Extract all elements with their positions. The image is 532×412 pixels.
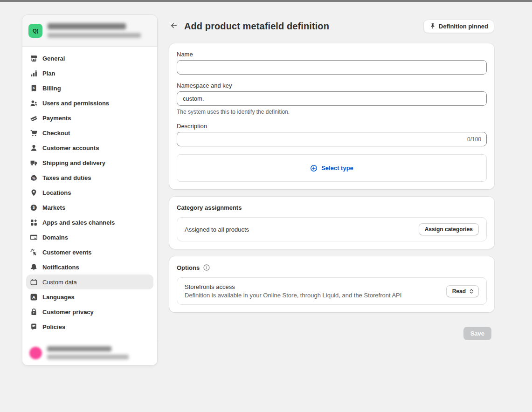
- namespace-label: Namespace and key: [177, 82, 487, 89]
- name-field-group: Name: [177, 51, 487, 75]
- namespace-help-text: The system uses this to identify the def…: [177, 109, 487, 115]
- svg-text:%: %: [32, 176, 35, 180]
- custom-data-icon: [30, 278, 38, 286]
- svg-text:A: A: [32, 294, 35, 299]
- sidebar-item-users-and-permissions[interactable]: Users and permissions: [26, 96, 153, 110]
- location-pin-icon: [30, 189, 38, 197]
- click-icon: [30, 248, 38, 256]
- sidebar-item-markets[interactable]: $Markets: [26, 200, 153, 215]
- storefronts-access-value: Read: [452, 288, 466, 295]
- sidebar-item-label: Languages: [42, 294, 75, 301]
- store-info: [48, 23, 141, 38]
- sidebar-item-label: Markets: [42, 204, 65, 211]
- sidebar-item-domains[interactable]: Domains: [26, 230, 153, 245]
- sidebar-item-label: Customer privacy: [42, 309, 94, 316]
- sidebar-item-languages[interactable]: ALanguages: [26, 289, 153, 304]
- info-icon[interactable]: [203, 264, 210, 271]
- sidebar-item-label: Shipping and delivery: [42, 159, 105, 166]
- namespace-input[interactable]: [177, 91, 487, 106]
- sidebar-item-label: Domains: [42, 234, 68, 241]
- sidebar-item-label: Taxes and duties: [42, 174, 91, 181]
- sidebar-item-checkout[interactable]: Checkout: [26, 125, 153, 140]
- select-type-button[interactable]: Select type: [177, 154, 487, 182]
- category-assignment-row: Assigned to all products Assign categori…: [177, 217, 487, 241]
- save-button[interactable]: Save: [463, 327, 491, 340]
- back-button[interactable]: [169, 21, 180, 31]
- globe-icon: $: [30, 204, 38, 212]
- sidebar-item-customer-events[interactable]: Customer events: [26, 245, 153, 260]
- domains-icon: [30, 233, 38, 241]
- sidebar-item-payments[interactable]: Payments: [26, 110, 153, 125]
- category-assignments-title: Category assignments: [177, 204, 242, 211]
- lock-icon: [30, 308, 38, 316]
- sidebar-item-label: Customer events: [42, 249, 91, 256]
- user-email-redacted: [47, 355, 129, 359]
- sidebar-item-label: General: [42, 55, 65, 62]
- store-avatar: Q(: [28, 24, 42, 38]
- category-assignments-card: Category assignments Assigned to all pro…: [169, 197, 494, 249]
- plan-icon: [30, 69, 38, 77]
- store-domain-redacted: [48, 33, 141, 38]
- storefronts-access-select[interactable]: Read: [446, 285, 479, 297]
- pin-icon: [429, 23, 436, 29]
- definition-pinned-button[interactable]: Definition pinned: [423, 20, 494, 33]
- sidebar-item-label: Notifications: [42, 264, 79, 271]
- store-icon: [30, 55, 38, 62]
- sidebar-item-customer-accounts[interactable]: Customer accounts: [26, 140, 153, 155]
- translate-icon: A: [30, 293, 38, 301]
- user-info: [47, 346, 129, 359]
- user-name-redacted: [47, 346, 111, 351]
- sidebar-item-label: Plan: [42, 70, 55, 77]
- assign-categories-button[interactable]: Assign categories: [419, 223, 479, 235]
- name-input[interactable]: [177, 60, 487, 75]
- sidebar-item-label: Billing: [42, 85, 61, 92]
- cart-icon: [30, 129, 38, 137]
- sidebar-item-label: Checkout: [42, 130, 70, 137]
- description-label: Description: [177, 123, 487, 130]
- settings-nav: GeneralPlan$BillingUsers and permissions…: [22, 47, 157, 340]
- sidebar-item-shipping-and-delivery[interactable]: Shipping and delivery: [26, 155, 153, 170]
- sidebar-item-taxes-and-duties[interactable]: %Taxes and duties: [26, 170, 153, 185]
- policy-icon: [30, 323, 38, 331]
- namespace-field-group: Namespace and key The system uses this t…: [177, 82, 487, 115]
- sidebar-item-customer-privacy[interactable]: Customer privacy: [26, 304, 153, 319]
- truck-icon: [30, 159, 38, 167]
- definition-pinned-label: Definition pinned: [439, 23, 488, 30]
- window-top-strip: [0, 0, 532, 2]
- sidebar-item-label: Payments: [42, 115, 71, 122]
- select-updown-icon: [468, 288, 475, 295]
- storefronts-access-text: Storefronts access Definition is availab…: [185, 283, 401, 299]
- sidebar-item-locations[interactable]: Locations: [26, 185, 153, 200]
- store-switcher[interactable]: Q(: [22, 15, 157, 47]
- select-type-label: Select type: [321, 165, 353, 172]
- sidebar-item-billing[interactable]: $Billing: [26, 81, 153, 96]
- page-title: Add product metafield definition: [184, 21, 329, 32]
- users-icon: [30, 99, 38, 107]
- storefronts-access-row: Storefronts access Definition is availab…: [177, 277, 487, 305]
- sidebar-item-apps-and-sales-channels[interactable]: Apps and sales channels: [26, 215, 153, 230]
- name-label: Name: [177, 51, 487, 58]
- sidebar-item-custom-data[interactable]: Custom data: [26, 275, 153, 289]
- sidebar-item-label: Policies: [42, 323, 65, 330]
- sidebar-item-label: Customer accounts: [42, 144, 99, 151]
- category-assignment-status: Assigned to all products: [185, 226, 249, 233]
- sidebar-item-notifications[interactable]: Notifications: [26, 260, 153, 275]
- sidebar-item-general[interactable]: General: [26, 51, 153, 66]
- store-name-redacted: [48, 23, 126, 29]
- options-title: Options: [177, 264, 200, 271]
- billing-icon: $: [30, 84, 38, 92]
- bell-icon: [30, 263, 38, 271]
- sidebar-item-policies[interactable]: Policies: [26, 319, 153, 334]
- user-account[interactable]: [22, 340, 157, 365]
- person-icon: [30, 144, 38, 152]
- options-card: Options Storefronts access Definition is…: [169, 256, 494, 312]
- sidebar-item-label: Apps and sales channels: [42, 219, 115, 226]
- description-input[interactable]: [177, 132, 487, 146]
- save-row: Save: [169, 327, 494, 340]
- taxes-icon: %: [30, 174, 38, 182]
- svg-text:$: $: [33, 206, 35, 210]
- sidebar-item-plan[interactable]: Plan: [26, 66, 153, 81]
- apps-grid-icon: [30, 219, 38, 227]
- settings-sidebar: Q( GeneralPlan$BillingUsers and permissi…: [22, 15, 157, 365]
- svg-text:$: $: [33, 86, 35, 90]
